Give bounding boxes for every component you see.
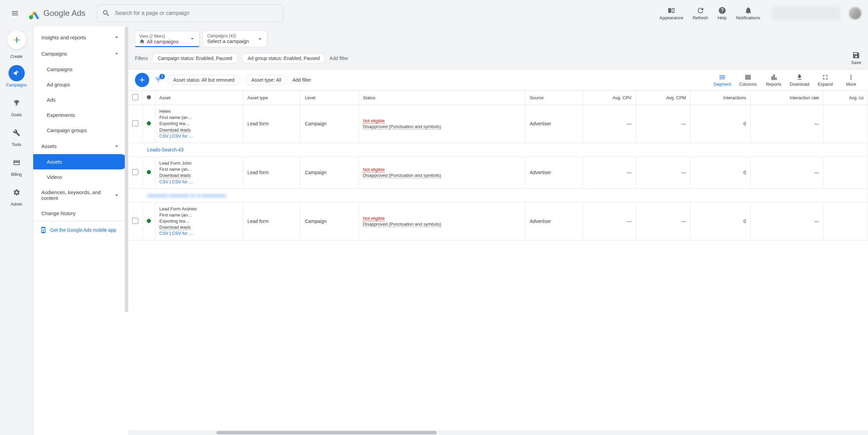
cell-rate: — [750,105,823,143]
header-status[interactable]: Status [359,91,526,105]
header-cpm[interactable]: Avg. CPM [636,91,690,105]
header-cpv[interactable]: Avg. CPV [583,91,636,105]
sidebar-audiences[interactable]: Audiences, keywords, and content [33,185,128,206]
group-row-redacted: xxxxxxxxx xxxxxxxx xx xx xxxxxxxxxx [128,188,868,202]
header-asset-type[interactable]: Asset type [243,91,301,105]
search-input[interactable] [115,10,278,16]
refresh-button[interactable]: Refresh [693,6,708,20]
rail-admin[interactable]: Admin [3,183,30,208]
sidebar-videos[interactable]: Videos [33,169,128,185]
header-level[interactable]: Level [301,91,359,105]
cell-status[interactable]: Not eligibleDisapproved (Punctuation and… [359,157,526,188]
chip-asset-type[interactable]: Asset type: All [246,75,287,85]
view-dropdown[interactable]: View (2 filters) All campaigns [135,31,199,47]
cell-status[interactable]: Not eligibleDisapproved (Punctuation and… [359,202,526,240]
sidebar-assets[interactable]: Assets [33,154,128,169]
megaphone-icon [13,69,20,77]
status-dot-icon [147,219,151,223]
filter-funnel-button[interactable]: 2 [155,76,162,84]
reports-icon [770,74,777,81]
sidebar-experiments[interactable]: Experiments [33,107,128,123]
campaigns-dropdown[interactable]: Campaigns (42) Select a campaign [203,30,267,47]
appearance-button[interactable]: Appearance [659,6,683,20]
add-asset-button[interactable] [135,73,149,87]
dropdown-arrow-icon [189,35,196,42]
sidebar-insights[interactable]: Insights and reports [33,29,128,45]
download-button[interactable]: Download [789,74,810,87]
cell-avgcost [823,202,868,240]
cell-level: Campaign [301,202,359,240]
sidebar-scrollbar[interactable] [125,26,128,312]
header-interactions[interactable]: Interactions [690,91,751,105]
cell-asset[interactable]: HelenFirst name (an…Exporting lea…Downlo… [155,105,243,143]
header-asset[interactable]: Asset [155,91,243,105]
table-wrap[interactable]: Asset Asset type Level Status Source Avg… [128,91,868,430]
cell-avgcost [823,105,868,143]
header-avgcost[interactable]: Avg. co [823,91,868,105]
menu-button[interactable] [7,5,23,21]
row-checkbox[interactable] [132,120,138,126]
cell-level: Campaign [301,105,359,143]
plus-icon [138,76,146,84]
mobile-app-link[interactable]: Get the Google Ads mobile app [33,221,128,239]
rail-tools[interactable]: Tools [3,123,30,148]
rail-goals[interactable]: Goals [3,94,30,119]
bell-icon [744,6,752,15]
row-checkbox[interactable] [132,169,138,175]
help-button[interactable]: Help [717,6,727,20]
columns-button[interactable]: Columns [738,74,758,87]
left-rail: Create Campaigns Goals Tools Billing Adm… [0,26,33,435]
status-dot-icon [147,121,151,125]
cell-status[interactable]: Not eligibleDisapproved (Punctuation and… [359,105,526,143]
rail-billing[interactable]: Billing [3,153,30,178]
sidebar-ads[interactable]: Ads [33,92,128,107]
more-button[interactable]: More [841,74,861,87]
chip-asset-status[interactable]: Asset status: All but removed [167,75,240,85]
account-info-redacted [772,6,840,20]
filter-chip-campaign-status[interactable]: Campaign status: Enabled, Paused [152,53,238,63]
refresh-icon [696,6,705,15]
download-icon [796,74,803,81]
more-vert-icon [847,74,855,81]
reports-button[interactable]: Reports [764,74,784,87]
table-row: HelenFirst name (an…Exporting lea…Downlo… [128,105,868,143]
header-checkbox[interactable] [128,91,143,105]
search-icon [102,9,110,17]
sidebar-campaigns[interactable]: Campaigns [33,62,128,77]
filter-chip-adgroup-status[interactable]: Ad group status: Enabled, Paused [242,53,326,63]
cell-interactions: 0 [690,202,751,240]
sidebar-change-history[interactable]: Change history [33,206,128,221]
header-actions: Appearance Refresh Help Notifications [659,6,760,20]
save-button[interactable]: Save [851,51,861,65]
sidebar-campaigns-section[interactable]: Campaigns [33,45,128,62]
cell-asset[interactable]: Lead Form JohnFirst name (an…Download le… [155,157,243,188]
row-checkbox[interactable] [132,218,138,224]
notifications-button[interactable]: Notifications [736,6,760,20]
columns-icon [744,74,752,81]
group-link[interactable]: Leads-Search-43 [147,147,183,152]
avatar[interactable] [849,7,861,19]
segment-button[interactable]: Segment [712,74,732,87]
cell-asset-type: Lead form [243,157,301,188]
header-source[interactable]: Source [526,91,583,105]
create-button[interactable] [7,30,26,49]
sidebar-ad-groups[interactable]: Ad groups [33,77,128,92]
hamburger-icon [11,9,19,17]
cell-avgcost [823,157,868,188]
google-ads-logo-icon [28,7,41,19]
sidebar-assets-section[interactable]: Assets [33,138,128,154]
logo[interactable]: Google Ads [28,7,85,19]
header-rate[interactable]: Interaction rate [750,91,823,105]
search-box[interactable] [97,4,283,22]
sidebar-campaign-groups[interactable]: Campaign groups [33,123,128,138]
cell-asset[interactable]: Lead Form AndrewFirst name (an…Exporting… [155,202,243,240]
rail-campaigns[interactable]: Campaigns [3,64,30,89]
plus-multicolor-icon [12,35,21,45]
filters-label: Filters [135,56,148,61]
toolbar-add-filter[interactable]: Add filter [292,77,311,83]
chevron-down-icon [113,192,120,199]
add-filter-link[interactable]: Add filter [330,56,348,61]
assets-table: Asset Asset type Level Status Source Avg… [128,91,868,241]
horizontal-scrollbar[interactable] [128,430,868,435]
expand-button[interactable]: Expand [815,74,835,87]
